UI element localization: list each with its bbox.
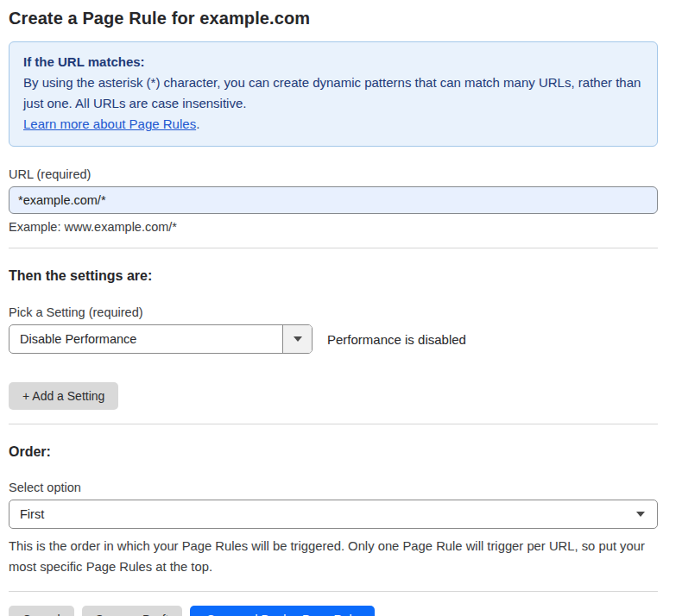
setting-select-value: Disable Performance [9, 332, 282, 346]
url-input[interactable] [9, 186, 658, 214]
form-action-bar: Cancel Save as Draft Save and Deploy Pag… [9, 606, 658, 616]
add-setting-button[interactable]: + Add a Setting [9, 382, 118, 410]
info-box-body: By using the asterisk (*) character, you… [23, 72, 643, 114]
setting-row: Disable Performance Performance is disab… [9, 324, 658, 354]
create-page-rule-form: Create a Page Rule for example.com If th… [9, 0, 658, 616]
order-select-value: First [20, 507, 44, 521]
pick-setting-label: Pick a Setting (required) [9, 305, 658, 319]
url-example-helper: Example: www.example.com/* [9, 220, 658, 234]
url-label: URL (required) [9, 167, 658, 181]
chevron-down-icon [294, 336, 302, 342]
link-trailing-period: . [196, 116, 199, 131]
setting-status-text: Performance is disabled [327, 332, 466, 347]
order-section-heading: Order: [9, 444, 658, 460]
info-box-link-row: Learn more about Page Rules. [23, 114, 643, 135]
order-helper-text: This is the order in which your Page Rul… [9, 536, 658, 577]
url-matches-info-box: If the URL matches: By using the asteris… [9, 41, 658, 147]
section-divider [9, 424, 658, 424]
section-divider [9, 248, 658, 248]
order-select-label: Select option [9, 481, 658, 494]
info-box-heading: If the URL matches: [23, 52, 643, 72]
order-select[interactable]: First [9, 500, 658, 529]
cancel-button[interactable]: Cancel [9, 606, 74, 616]
learn-more-page-rules-link[interactable]: Learn more about Page Rules [23, 116, 196, 131]
page-title: Create a Page Rule for example.com [9, 9, 658, 28]
chevron-down-icon [636, 512, 645, 517]
setting-select-arrow-button[interactable] [282, 325, 312, 353]
settings-section-heading: Then the settings are: [9, 268, 658, 284]
save-and-deploy-button[interactable]: Save and Deploy Page Rule [190, 606, 375, 616]
save-as-draft-button[interactable]: Save as Draft [82, 606, 183, 616]
setting-select[interactable]: Disable Performance [9, 324, 313, 354]
section-divider [9, 591, 658, 592]
